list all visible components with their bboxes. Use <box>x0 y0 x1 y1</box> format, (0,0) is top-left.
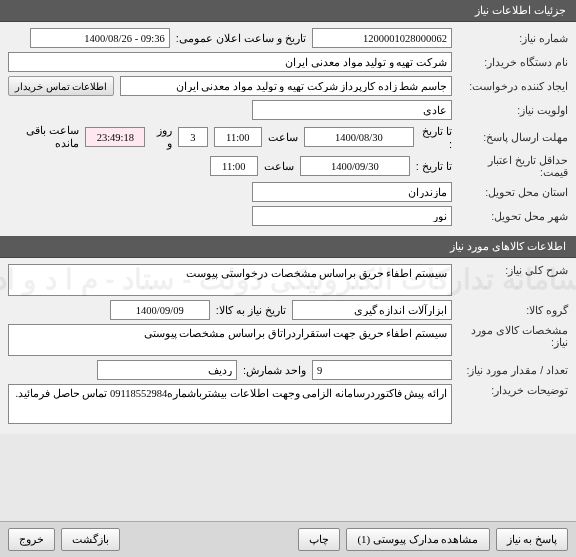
need-number-field[interactable] <box>312 28 452 48</box>
priority-field[interactable] <box>252 100 452 120</box>
days-field[interactable] <box>178 127 208 147</box>
countdown-field <box>85 127 145 147</box>
row-requester: ایجاد کننده درخواست: اطلاعات تماس خریدار <box>8 76 568 96</box>
section-need-details-header: جزئیات اطلاعات نیاز <box>0 0 576 22</box>
announce-field[interactable] <box>30 28 170 48</box>
price-valid-time-field[interactable] <box>210 156 258 176</box>
row-buyer: نام دستگاه خریدار: <box>8 52 568 72</box>
print-button[interactable]: چاپ <box>298 528 340 551</box>
row-qty: تعداد / مقدار مورد نیاز: واحد شمارش: <box>8 360 568 380</box>
group-label: گروه کالا: <box>458 304 568 316</box>
qty-label: تعداد / مقدار مورد نیاز: <box>458 364 568 376</box>
reply-deadline-label: مهلت ارسال پاسخ: <box>458 131 568 143</box>
unit-field[interactable] <box>97 360 237 380</box>
bottom-toolbar: پاسخ به نیاز مشاهده مدارک پیوستی (1) چاپ… <box>0 521 576 557</box>
buyer-label: نام دستگاه خریدار: <box>458 56 568 68</box>
need-details-form: شماره نیاز: تاریخ و ساعت اعلان عمومی: نا… <box>0 22 576 236</box>
reply-date-field[interactable] <box>304 127 414 147</box>
group-field[interactable] <box>292 300 452 320</box>
price-valid-label: حداقل تاریخ اعتبار قیمت: <box>458 154 568 178</box>
respond-button[interactable]: پاسخ به نیاز <box>496 528 569 551</box>
need-number-label: شماره نیاز: <box>458 32 568 44</box>
section-goods-header: اطلاعات کالاهای مورد نیاز <box>0 236 576 258</box>
time-label-1: ساعت <box>268 131 298 144</box>
desc-label: شرح کلی نیاز: <box>458 264 568 276</box>
spec-field[interactable] <box>8 324 452 356</box>
goods-form: شرح کلی نیاز: گروه کالا: تاریخ نیاز به ک… <box>0 258 576 434</box>
announce-label: تاریخ و ساعت اعلان عمومی: <box>176 32 306 45</box>
price-valid-date-field[interactable] <box>300 156 410 176</box>
buyer-notes-label: توضیحات خریدار: <box>458 384 568 396</box>
buyer-field[interactable] <box>8 52 452 72</box>
delivery-province-field[interactable] <box>252 182 452 202</box>
reply-time-field[interactable] <box>214 127 262 147</box>
buyer-notes-field[interactable] <box>8 384 452 424</box>
buyer-contact-button[interactable]: اطلاعات تماس خریدار <box>8 76 114 96</box>
time-label-2: ساعت <box>264 160 294 173</box>
row-buyer-notes: توضیحات خریدار: <box>8 384 568 424</box>
row-desc: شرح کلی نیاز: <box>8 264 568 296</box>
spec-label: مشخصات کالای مورد نیاز: <box>458 324 568 348</box>
priority-label: اولویت نیاز: <box>458 104 568 116</box>
days-and-label: روز و <box>151 124 172 150</box>
row-need-number: شماره نیاز: تاریخ و ساعت اعلان عمومی: <box>8 28 568 48</box>
row-priority: اولویت نیاز: <box>8 100 568 120</box>
back-button[interactable]: بازگشت <box>61 528 120 551</box>
delivery-province-label: استان محل تحویل: <box>458 186 568 198</box>
to-date-label-2: تا تاریخ : <box>416 160 452 173</box>
qty-field[interactable] <box>312 360 452 380</box>
row-reply-deadline: مهلت ارسال پاسخ: تا تاریخ : ساعت روز و س… <box>8 124 568 150</box>
delivery-city-label: شهر محل تحویل: <box>458 210 568 222</box>
row-price-validity: حداقل تاریخ اعتبار قیمت: تا تاریخ : ساعت <box>8 154 568 178</box>
row-delivery-province: استان محل تحویل: <box>8 182 568 202</box>
delivery-city-field[interactable] <box>252 206 452 226</box>
countdown-label: ساعت باقی مانده <box>8 124 79 150</box>
attachments-button[interactable]: مشاهده مدارک پیوستی (1) <box>346 528 489 551</box>
requester-field[interactable] <box>120 76 452 96</box>
requester-label: ایجاد کننده درخواست: <box>458 80 568 92</box>
row-delivery-city: شهر محل تحویل: <box>8 206 568 226</box>
row-spec: مشخصات کالای مورد نیاز: <box>8 324 568 356</box>
desc-field[interactable] <box>8 264 452 296</box>
need-date-label: تاریخ نیاز به کالا: <box>216 304 286 317</box>
to-date-label: تا تاریخ : <box>420 125 452 150</box>
unit-label: واحد شمارش: <box>243 364 306 377</box>
need-date-field[interactable] <box>110 300 210 320</box>
row-group: گروه کالا: تاریخ نیاز به کالا: <box>8 300 568 320</box>
exit-button[interactable]: خروج <box>8 528 55 551</box>
